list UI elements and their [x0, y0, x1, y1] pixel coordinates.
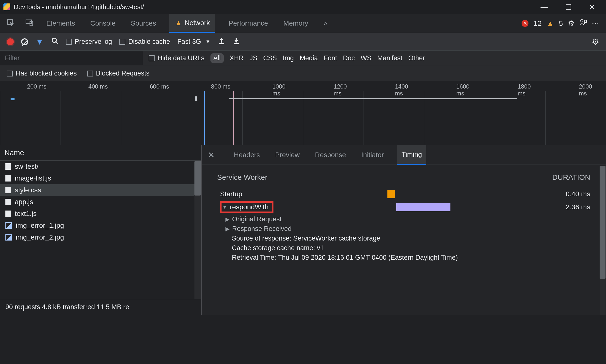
network-settings-gear-icon[interactable]: ⚙ — [592, 37, 599, 47]
svg-point-3 — [581, 19, 583, 22]
tab-sources[interactable]: Sources — [129, 14, 158, 33]
filter-type-media[interactable]: Media — [300, 54, 318, 62]
timing-row-respondwith[interactable]: ▼ respondWith 2.36 ms — [210, 200, 594, 214]
scrollbar-thumb[interactable] — [600, 166, 606, 279]
respondwith-bar — [396, 203, 450, 211]
throttling-select[interactable]: Fast 3G ▼ — [177, 38, 210, 46]
close-detail-icon[interactable]: ✕ — [208, 150, 215, 160]
filter-type-xhr[interactable]: XHR — [230, 54, 244, 62]
tab-performance[interactable]: Performance — [227, 14, 270, 33]
filter-type-js[interactable]: JS — [250, 54, 257, 62]
document-icon — [5, 211, 11, 217]
timeline-bar — [11, 98, 15, 100]
detail-tab-strip: ✕ Headers Preview Response Initiator Tim… — [202, 145, 606, 165]
startup-duration: 0.40 ms — [566, 190, 590, 198]
timeline-overview[interactable]: 200 ms 400 ms 600 ms 800 ms 1000 ms 1200… — [0, 81, 606, 145]
more-menu-icon[interactable]: ⋯ — [592, 19, 599, 28]
devtools-app-icon — [3, 3, 10, 10]
timing-row-original-request[interactable]: ▶ Original Request — [210, 214, 594, 224]
request-row[interactable]: img_error_2.jpg — [0, 231, 201, 243]
error-count[interactable]: 12 — [533, 19, 542, 28]
document-icon — [5, 199, 11, 205]
upload-har-icon[interactable] — [218, 37, 225, 46]
blocked-requests-checkbox[interactable]: Blocked Requests — [87, 70, 150, 77]
detail-tab-preview[interactable]: Preview — [273, 146, 302, 164]
respondwith-duration: 2.36 ms — [566, 203, 590, 211]
duration-header: DURATION — [552, 173, 590, 182]
svg-point-4 — [52, 38, 56, 43]
network-toolbar: ▼ Preserve log Disable cache Fast 3G ▼ ⚙ — [0, 33, 606, 51]
filter-type-ws[interactable]: WS — [361, 54, 371, 62]
detail-tab-initiator[interactable]: Initiator — [359, 146, 386, 164]
request-row[interactable]: img_error_1.jpg — [0, 220, 201, 231]
window-minimize-icon[interactable]: — — [541, 3, 548, 11]
request-row[interactable]: app.js — [0, 196, 201, 208]
filter-type-all[interactable]: All — [210, 53, 224, 63]
detail-tab-headers[interactable]: Headers — [232, 146, 262, 164]
timeline-bar — [229, 98, 517, 99]
filter-toggle-icon[interactable]: ▼ — [35, 37, 44, 46]
warning-badge-icon[interactable]: ▲ — [547, 19, 554, 28]
filter-input[interactable]: Filter — [0, 51, 143, 65]
window-close-icon[interactable]: ✕ — [589, 3, 595, 11]
filter-type-other[interactable]: Other — [408, 54, 425, 62]
detail-tab-timing[interactable]: Timing — [397, 145, 426, 165]
tab-network-label: Network — [185, 19, 210, 27]
svg-rect-7 — [234, 43, 239, 44]
device-toolbar-icon[interactable] — [26, 19, 33, 28]
feedback-icon[interactable] — [579, 19, 587, 28]
settings-gear-icon[interactable]: ⚙ — [568, 19, 574, 28]
filter-type-doc[interactable]: Doc — [343, 54, 355, 62]
document-icon — [5, 187, 11, 193]
svg-line-5 — [56, 42, 58, 44]
request-detail-pane: ✕ Headers Preview Response Initiator Tim… — [202, 145, 606, 315]
scrollbar-thumb[interactable] — [194, 161, 201, 196]
record-button[interactable] — [7, 38, 14, 45]
has-blocked-cookies-checkbox[interactable]: Has blocked cookies — [7, 70, 77, 77]
chevron-down-icon: ▼ — [206, 39, 210, 45]
filter-row-2: Has blocked cookies Blocked Requests — [0, 66, 606, 81]
throttling-value: Fast 3G — [177, 38, 201, 46]
inspect-element-icon[interactable] — [7, 19, 14, 28]
request-list[interactable]: sw-test/ image-list.js style.css app.js … — [0, 161, 201, 299]
tab-more-chevron[interactable]: » — [321, 14, 329, 33]
filter-type-font[interactable]: Font — [324, 54, 337, 62]
warning-count[interactable]: 5 — [559, 19, 563, 28]
error-badge-icon[interactable]: ✕ — [522, 20, 528, 27]
request-list-pane: Name sw-test/ image-list.js style.css ap… — [0, 145, 202, 315]
filter-type-manifest[interactable]: Manifest — [377, 54, 402, 62]
request-name: style.css — [15, 186, 41, 194]
preserve-log-checkbox[interactable]: Preserve log — [66, 38, 112, 46]
original-request-label: Original Request — [232, 215, 282, 223]
request-name: text1.js — [15, 210, 37, 218]
timing-section-title: Service Worker — [217, 173, 268, 182]
tab-elements[interactable]: Elements — [44, 14, 77, 33]
request-name: image-list.js — [15, 174, 51, 182]
respondwith-label: respondWith — [230, 203, 269, 211]
window-maximize-icon[interactable]: ☐ — [565, 3, 572, 11]
filter-type-css[interactable]: CSS — [263, 54, 277, 62]
status-bar: 90 requests 4.8 kB transferred 11.5 MB r… — [0, 299, 201, 315]
filter-type-img[interactable]: Img — [283, 54, 294, 62]
hide-data-urls-checkbox[interactable]: Hide data URLs — [149, 54, 205, 62]
tab-network[interactable]: ▲ Network — [169, 14, 215, 33]
request-row[interactable]: text1.js — [0, 208, 201, 220]
source-of-response: Source of response: ServiceWorker cache … — [210, 234, 594, 243]
tab-console[interactable]: Console — [88, 14, 118, 33]
request-row[interactable]: sw-test/ — [0, 161, 201, 172]
timeline-bar — [195, 96, 197, 101]
download-har-icon[interactable] — [233, 37, 240, 46]
timing-panel: Service Worker DURATION Startup 0.40 ms … — [202, 165, 606, 315]
cache-storage-name: Cache storage cache name: v1 — [210, 243, 594, 253]
tab-memory[interactable]: Memory — [281, 14, 310, 33]
name-column-header[interactable]: Name — [0, 145, 201, 161]
timing-row-response-received[interactable]: ▶ Response Received — [210, 224, 594, 234]
disable-cache-label: Disable cache — [128, 38, 170, 46]
detail-tab-response[interactable]: Response — [313, 146, 348, 164]
chevron-right-icon: ▶ — [225, 216, 230, 223]
request-row[interactable]: style.css — [0, 184, 201, 196]
request-row[interactable]: image-list.js — [0, 172, 201, 184]
search-icon[interactable] — [51, 37, 59, 46]
clear-button[interactable] — [21, 38, 28, 45]
disable-cache-checkbox[interactable]: Disable cache — [119, 38, 170, 46]
